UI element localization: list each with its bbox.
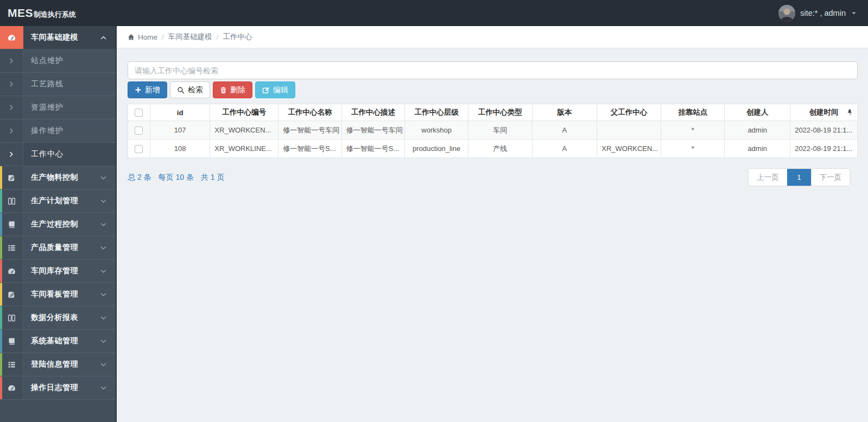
pagination-controls: 上一页 1 下一页 [748, 168, 850, 186]
table-cell: admin [725, 140, 790, 158]
user-menu[interactable]: site:* , admin [778, 5, 857, 22]
pin-icon[interactable] [847, 109, 853, 116]
table-row[interactable]: 108XR_WORKLINE...修一智能一号S...修一智能一号S...pro… [128, 140, 858, 158]
chevron-right-icon [8, 81, 15, 87]
column-header-label: id [177, 109, 183, 117]
delete-button[interactable]: 删除 [213, 81, 252, 98]
column-header-4[interactable]: 工作中心描述 [341, 104, 405, 121]
table-cell: XR_WORKCEN... [597, 140, 661, 158]
breadcrumb-item-2[interactable]: 车间基础建模 [168, 32, 212, 42]
table-cell: XR_WORKLINE... [210, 140, 278, 158]
accent-strip [0, 190, 2, 212]
select-all-cell [128, 104, 150, 121]
sidebar-subitem-1-1[interactable]: 站点维护 [0, 49, 116, 73]
chevron-down-icon [100, 198, 107, 205]
button-label: 编辑 [273, 85, 288, 95]
chevron-down-icon [100, 268, 107, 275]
table-row[interactable]: 107XR_WORKCEN...修一智能一号车间修一智能一号车间workshop… [128, 121, 858, 140]
sidebar-item-5[interactable]: 产品质量管理 [0, 236, 116, 260]
sidebar-subitem-1-3[interactable]: 资源维护 [0, 96, 116, 119]
gauge-icon [7, 383, 16, 393]
sidebar: 车间基础建模 站点维护 工艺路线 资源维护 操作维护 工作中心 生产物料控制 [0, 26, 117, 422]
breadcrumb-item-3: 工作中心 [223, 32, 252, 42]
table-cell: 车间 [468, 121, 532, 140]
sidebar-item-10[interactable]: 登陆信息管理 [0, 353, 116, 376]
sidebar-item-9[interactable]: 系统基础管理 [0, 330, 116, 353]
search-icon [177, 86, 185, 94]
column-header-5[interactable]: 工作中心层级 [405, 104, 468, 121]
select-all-checkbox[interactable] [135, 109, 143, 117]
gauge-icon [7, 33, 16, 42]
search-input[interactable] [128, 61, 858, 79]
chevron-down-icon [100, 385, 107, 392]
edit-button[interactable]: 编辑 [255, 81, 295, 98]
column-header-11[interactable]: 创建时间 [790, 104, 858, 121]
pagination-summary: 总 2 条 每页 10 条 共 1 页 [128, 173, 225, 182]
list-icon [8, 361, 16, 369]
row-checkbox[interactable] [135, 145, 143, 153]
sidebar-item-6[interactable]: 车间库存管理 [0, 260, 116, 283]
column-header-3[interactable]: 工作中心名称 [278, 104, 342, 121]
sidebar-subitem-1-5[interactable]: 工作中心 [0, 143, 116, 166]
sidebar-subitem-label: 站点维护 [31, 56, 116, 66]
columns-icon [8, 197, 16, 205]
sidebar-item-label: 车间基础建模 [31, 33, 100, 42]
row-checkbox[interactable] [135, 127, 143, 135]
table-cell: production_line [405, 140, 468, 158]
sidebar-icon-cell [0, 73, 23, 96]
sidebar-subitem-label: 工艺路线 [31, 79, 116, 89]
list-icon [8, 244, 16, 252]
next-page-button[interactable]: 下一页 [811, 169, 850, 186]
column-header-8[interactable]: 父工作中心 [597, 104, 661, 121]
app-logo-text: 制造执行系统 [34, 10, 76, 20]
accent-strip [0, 376, 2, 399]
chevron-down-icon [100, 221, 107, 228]
sidebar-icon-cell [0, 119, 23, 142]
table-cell: A [532, 121, 597, 140]
user-label: site:* , admin [800, 9, 846, 17]
avatar [778, 5, 795, 22]
column-header-label: 创建时间 [809, 108, 839, 116]
column-header-6[interactable]: 工作中心类型 [468, 104, 532, 121]
sidebar-item-8[interactable]: 数据分析报表 [0, 306, 116, 330]
row-select-cell [128, 121, 150, 140]
sidebar-icon-cell [0, 26, 23, 49]
chevron-right-icon [8, 104, 15, 111]
breadcrumb-item-1[interactable]: Home [128, 33, 157, 41]
column-header-9[interactable]: 挂靠站点 [661, 104, 725, 121]
sidebar-item-label: 生产计划管理 [31, 196, 100, 206]
add-button[interactable]: 新增 [128, 81, 167, 98]
chevron-up-icon [100, 34, 107, 41]
column-header-2[interactable]: 工作中心编号 [210, 104, 278, 121]
sidebar-subitem-label: 资源维护 [31, 103, 116, 112]
sidebar-item-3[interactable]: 生产计划管理 [0, 190, 116, 213]
sidebar-item-1[interactable]: 车间基础建模 [0, 26, 116, 49]
breadcrumb-label: 工作中心 [223, 32, 252, 42]
sidebar-item-7[interactable]: 车间看板管理 [0, 283, 116, 306]
sidebar-item-label: 生产物料控制 [31, 173, 100, 182]
breadcrumb-label: Home [138, 33, 157, 41]
sidebar-item-4[interactable]: 生产过程控制 [0, 213, 116, 236]
sidebar-subitem-1-4[interactable]: 操作维护 [0, 119, 116, 143]
chevron-right-icon [8, 151, 15, 158]
column-header-7[interactable]: 版本 [532, 104, 597, 121]
search-button[interactable]: 检索 [170, 81, 210, 98]
column-header-label: 工作中心类型 [478, 108, 522, 116]
button-label: 删除 [230, 85, 245, 95]
app-logo[interactable]: MES 制造执行系统 [8, 7, 76, 20]
accent-strip [0, 166, 2, 189]
sidebar-icon-cell [0, 376, 23, 399]
sidebar-item-2[interactable]: 生产物料控制 [0, 166, 116, 190]
sidebar-item-label: 操作日志管理 [31, 383, 100, 393]
prev-page-button[interactable]: 上一页 [749, 169, 787, 186]
chevron-right-icon [8, 58, 15, 64]
table-cell: 修一智能一号车间 [341, 121, 405, 140]
button-label: 检索 [188, 85, 203, 95]
gauge-icon [7, 267, 16, 276]
sidebar-item-11[interactable]: 操作日志管理 [0, 376, 116, 400]
sidebar-subitem-1-2[interactable]: 工艺路线 [0, 73, 116, 96]
sidebar-icon-cell [0, 283, 23, 306]
column-header-10[interactable]: 创建人 [725, 104, 790, 121]
page-1-button[interactable]: 1 [787, 169, 811, 186]
column-header-1[interactable]: id [150, 104, 210, 121]
